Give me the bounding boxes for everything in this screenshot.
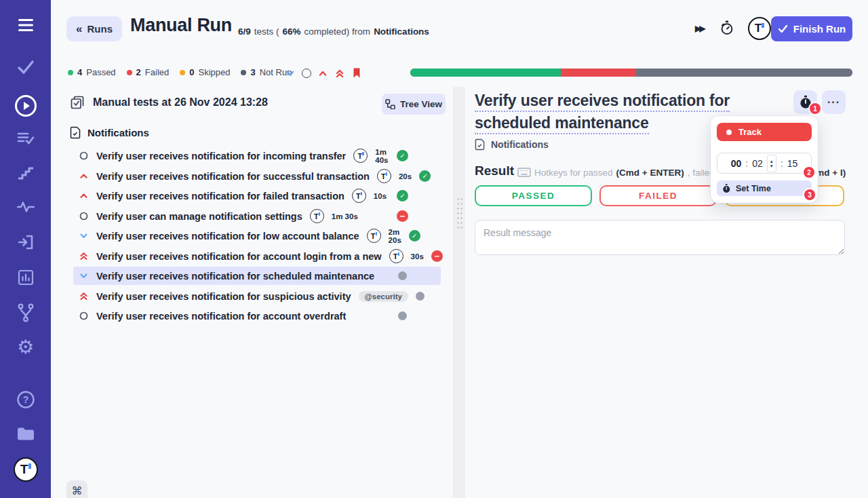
testomat-badge-icon: T — [352, 189, 366, 203]
priority-normal-icon — [78, 211, 89, 221]
failed-button[interactable]: FAILED — [599, 185, 717, 206]
fast-forward-icon[interactable]: ▶▶ — [695, 23, 703, 33]
branches-icon[interactable] — [0, 303, 51, 323]
test-title: Verify user receives notification for lo… — [96, 231, 359, 242]
run-title-row: Manual tests at 26 Nov 2024 13:28 — [70, 95, 268, 110]
testomat-badge-icon: T — [353, 149, 368, 163]
minutes-stepper[interactable]: ▲ ▼ — [767, 155, 776, 172]
summary-failed: 2Failed — [127, 67, 170, 77]
test-row[interactable]: Verify user receives notification for in… — [73, 147, 441, 165]
test-duration: 1m 40s — [375, 148, 389, 164]
menu-icon[interactable] — [0, 17, 51, 33]
test-row[interactable]: Verify user receives notification for ac… — [73, 247, 441, 265]
filter-priority-low-icon[interactable] — [285, 68, 296, 79]
status-passed-icon: ✓ — [409, 230, 420, 242]
breadcrumb[interactable]: Notifications — [475, 138, 549, 151]
result-message-input[interactable] — [475, 220, 845, 255]
status-summary: 4Passed 2Failed 0Skipped 3Not Run — [68, 67, 292, 77]
status-passed-icon: ✓ — [397, 190, 408, 202]
passed-button[interactable]: PASSED — [475, 185, 592, 206]
suite-folder-row[interactable]: Notifications — [70, 126, 149, 139]
progress-failed — [561, 69, 636, 77]
step-badge-1: 1 — [810, 103, 821, 114]
status-failed-icon: − — [397, 210, 408, 222]
test-title: Verify user receives notification for sc… — [96, 271, 374, 282]
tree-icon — [385, 99, 395, 109]
filter-priority-high-icon[interactable] — [317, 68, 328, 79]
steps-icon[interactable] — [0, 165, 51, 181]
hours-value[interactable]: 00 — [731, 158, 742, 169]
timer-retry-icon[interactable] — [719, 20, 734, 38]
spin-down-icon[interactable]: ▼ — [770, 164, 774, 168]
priority-low-icon — [78, 271, 89, 281]
filter-bookmark-icon[interactable] — [351, 67, 362, 79]
set-time-button[interactable]: Set Time 3 — [717, 180, 812, 196]
priority-normal-icon — [78, 311, 89, 321]
test-row[interactable]: Verify user receives notification for ac… — [73, 307, 441, 325]
progress-passed — [410, 69, 561, 77]
activity-icon[interactable] — [0, 199, 51, 214]
timer-popup: Track 00 : 02 ▲ ▼ : 15 2 Set Time 3 — [711, 116, 818, 203]
testomat-badge-icon: T — [310, 209, 324, 223]
step-badge-3: 3 — [804, 189, 815, 200]
priority-high-icon — [78, 171, 89, 181]
run-subtitle: 6/9 tests ( 66% completed) from Notifica… — [238, 26, 429, 37]
test-title: Verify user receives notification for su… — [96, 291, 351, 302]
divider-drag-handle[interactable] — [456, 197, 462, 229]
test-row[interactable]: Verify user receives notification for fa… — [73, 187, 441, 205]
folder-icon[interactable] — [0, 425, 51, 442]
settings-gear-icon[interactable]: ⚙ — [0, 338, 51, 357]
track-button[interactable]: Track — [717, 123, 812, 141]
test-duration: 1m 30s — [332, 212, 358, 221]
document-icon — [475, 138, 485, 151]
check-icon[interactable] — [0, 60, 51, 75]
tests-fraction: 6/9 — [238, 26, 251, 37]
time-input[interactable]: 00 : 02 ▲ ▼ : 15 2 — [717, 153, 812, 174]
list-check-icon[interactable] — [0, 130, 51, 147]
record-dot-icon — [726, 130, 732, 135]
suite-name: Notifications — [374, 26, 429, 37]
passed-dot-icon — [68, 70, 73, 75]
filter-priority-critical-icon[interactable] — [334, 68, 345, 79]
set-time-icon — [722, 184, 731, 193]
seconds-value[interactable]: 15 — [787, 158, 798, 169]
chevron-left-icon: « — [76, 22, 82, 36]
finish-run-button[interactable]: Finish Run — [771, 16, 852, 41]
main-area: « Runs Manual Run 6/9 tests ( 66% comple… — [51, 0, 868, 498]
more-icon: ··· — [827, 99, 840, 106]
testomat-badge-icon: T — [377, 169, 391, 183]
testomat-badge-icon: T — [389, 249, 403, 263]
summary-passed: 4Passed — [68, 67, 116, 77]
testomat-logo-icon: T — [0, 457, 51, 482]
minutes-value[interactable]: 02 — [752, 158, 763, 169]
test-row[interactable]: Verify user receives notification for lo… — [73, 227, 441, 245]
skipped-dot-icon — [180, 70, 185, 75]
spin-up-icon[interactable]: ▲ — [770, 159, 774, 164]
status-notrun-icon — [398, 311, 407, 320]
help-icon[interactable]: ? — [0, 390, 51, 409]
step-badge-2: 2 — [804, 167, 814, 178]
test-row[interactable]: Verify user receives notification for su… — [73, 287, 441, 305]
hotkeys-hint: Hotkeys for passed (Cmd + ENTER) , faile… — [517, 167, 714, 178]
run-title: Manual tests at 26 Nov 2024 13:28 — [93, 96, 268, 109]
test-row[interactable]: Verify user can manage notification sett… — [73, 207, 441, 225]
run-report-icon — [70, 95, 85, 110]
test-duration: 10s — [374, 192, 387, 200]
test-tag: @security — [359, 291, 408, 302]
failed-dot-icon — [127, 70, 132, 75]
test-title: Verify user receives notification for su… — [96, 171, 370, 182]
test-duration: 20s — [399, 172, 412, 180]
filter-priority-normal-icon[interactable] — [302, 69, 311, 78]
play-circle-icon[interactable] — [0, 94, 51, 117]
command-shortcuts-button[interactable]: ⌘ — [66, 480, 87, 498]
login-icon[interactable] — [0, 233, 51, 251]
notrun-dot-icon — [241, 70, 246, 75]
run-progress-bar — [410, 69, 852, 77]
more-options-button[interactable]: ··· — [822, 90, 846, 114]
back-to-runs-button[interactable]: « Runs — [66, 16, 122, 41]
test-row[interactable]: Verify user receives notification for su… — [73, 167, 441, 185]
tree-view-button[interactable]: Tree View — [382, 94, 446, 115]
bar-chart-icon[interactable] — [0, 269, 51, 286]
check-icon — [778, 24, 788, 33]
test-row-selected[interactable]: Verify user receives notification for sc… — [73, 267, 441, 285]
